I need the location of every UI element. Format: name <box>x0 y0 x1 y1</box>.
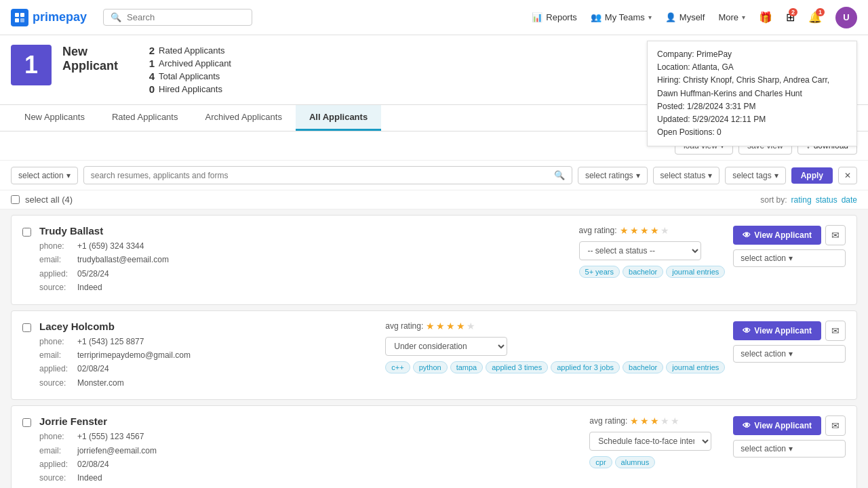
stat-rated: 2 Rated Applicants <box>145 45 231 56</box>
company-value: PrimePay <box>696 49 732 59</box>
tags-chevron-icon: ▾ <box>774 171 778 180</box>
applicant-checkbox-0[interactable] <box>22 228 31 237</box>
source-row: source: Indeed <box>39 471 581 485</box>
email-label: email: <box>39 444 73 458</box>
email-button[interactable]: ✉ <box>825 321 846 341</box>
view-applicant-button[interactable]: 👁 View Applicant <box>733 226 821 245</box>
star-icon: ★ <box>640 225 649 236</box>
tags-row: c++pythontampaapplied 3 timesapplied for… <box>385 361 725 373</box>
nav-right: 📊 Reports 👥 My Teams ▾ 👤 Myself More ▾ 🎁… <box>532 7 857 28</box>
phone-row: phone: +1 (543) 125 8877 <box>39 335 377 348</box>
star-icon: ★ <box>650 225 659 236</box>
status-select[interactable]: Under consideration -- select a status -… <box>385 337 507 356</box>
select-ratings-filter[interactable]: select ratings ▾ <box>578 167 648 184</box>
view-applicant-button[interactable]: 👁 View Applicant <box>733 321 821 340</box>
tab-new-applicants[interactable]: New Applicants <box>11 105 98 131</box>
avatar[interactable]: U <box>835 7 857 28</box>
source-value: Monster.com <box>77 376 124 390</box>
tab-all-applicants[interactable]: All Applicants <box>296 105 381 131</box>
action-chevron-icon: ▾ <box>789 444 793 453</box>
applied-value: 05/28/24 <box>77 267 109 281</box>
email-label: email: <box>39 348 73 362</box>
star-icon: ★ <box>446 321 455 331</box>
main-content: 1 New Applicant 2 Rated Applicants 1 Arc… <box>0 35 868 488</box>
applicant-actions: 👁 View Applicant ✉ select action ▾ <box>733 321 846 363</box>
star-icon: ★ <box>650 415 659 426</box>
view-applicant-button[interactable]: 👁 View Applicant <box>733 416 821 435</box>
avg-rating-label: avg rating: <box>579 226 617 235</box>
applicant-tag: applied for 3 jobs <box>551 361 620 373</box>
sort-by-status[interactable]: status <box>816 195 837 205</box>
email-button[interactable]: ✉ <box>825 225 846 245</box>
status-select[interactable]: Schedule face-to-face interview -- selec… <box>589 432 711 451</box>
email-button[interactable]: ✉ <box>825 415 846 436</box>
company-info: Company: PrimePay <box>657 48 847 61</box>
reports-icon: 📊 <box>532 12 542 22</box>
apply-filter-button[interactable]: Apply <box>791 167 833 184</box>
stat-total: 4 Total Applicants <box>145 70 231 82</box>
svg-rect-3 <box>20 18 24 22</box>
applicant-tag: applied 3 times <box>486 361 548 373</box>
avg-rating-label: avg rating: <box>385 321 423 331</box>
location-info: Location: Atlanta, GA <box>657 61 847 74</box>
select-tags-filter[interactable]: select tags ▾ <box>725 167 785 184</box>
applicant-actions: 👁 View Applicant ✉ select action ▾ <box>733 415 846 458</box>
select-action-button[interactable]: select action ▾ <box>733 345 846 363</box>
star-icon: ★ <box>660 415 669 426</box>
select-action-button[interactable]: select action ▾ <box>733 440 846 458</box>
hiring-info: Hiring: Christy Knopf, Chris Sharp, Andr… <box>657 74 847 100</box>
nav-my-teams[interactable]: 👥 My Teams ▾ <box>591 12 652 22</box>
tab-rated-applicants[interactable]: Rated Applicants <box>98 105 192 131</box>
posted-info: Posted: 1/28/2024 3:31 PM <box>657 100 847 113</box>
view-email-row: 👁 View Applicant ✉ <box>733 225 846 245</box>
email-value: terriprimepaydemo@gmail.com <box>77 348 191 362</box>
tab-archived-applicants[interactable]: Archived Applicants <box>191 105 295 131</box>
updated-label: Updated: <box>657 115 690 124</box>
applicant-name: Jorrie Fenster <box>39 415 581 427</box>
bell-button[interactable]: 🔔 1 <box>808 11 822 24</box>
applicant-checkbox-1[interactable] <box>22 323 31 332</box>
phone-value: +1 (543) 125 8877 <box>77 335 144 348</box>
sort-by-date[interactable]: date <box>842 195 857 205</box>
applicant-tag: journal entries <box>666 361 725 373</box>
select-action-filter[interactable]: select action ▾ <box>11 167 78 184</box>
company-label: Company: <box>657 49 694 59</box>
nav-myself[interactable]: 👤 Myself <box>665 12 705 22</box>
status-select[interactable]: -- select a status -- -- select a status… <box>579 241 701 260</box>
select-all-checkbox[interactable] <box>11 195 20 204</box>
svg-rect-1 <box>20 13 24 17</box>
grid-notifications-button[interactable]: ⊞ 2 <box>786 11 795 24</box>
select-status-filter[interactable]: select status ▾ <box>653 167 720 184</box>
applicant-tag: python <box>413 361 448 373</box>
tags-row: 5+ yearsbachelorjournal entries <box>579 266 726 278</box>
view-email-row: 👁 View Applicant ✉ <box>733 321 846 341</box>
phone-row: phone: +1 (659) 324 3344 <box>39 239 571 253</box>
rating-area: avg rating: ★★★★★ Schedule face-to-face … <box>589 415 725 468</box>
select-all-label: select all (4) <box>25 195 73 205</box>
applied-row: applied: 05/28/24 <box>39 267 571 281</box>
sort-by-rating[interactable]: rating <box>791 195 812 205</box>
mail-icon: ✉ <box>831 325 840 336</box>
applicant-search-input[interactable] <box>91 171 550 180</box>
star-icon: ★ <box>456 321 465 331</box>
email-label: email: <box>39 253 73 266</box>
source-row: source: Indeed <box>39 281 571 294</box>
applicant-search-box[interactable]: 🔍 <box>83 166 572 184</box>
action-chevron-icon: ▾ <box>789 253 793 263</box>
star-icon: ★ <box>436 321 445 331</box>
logo: primepay <box>11 9 87 26</box>
search-input[interactable] <box>127 12 235 22</box>
source-label: source: <box>39 376 73 390</box>
email-row: email: terriprimepaydemo@gmail.com <box>39 348 377 362</box>
close-filter-button[interactable]: ✕ <box>838 167 857 184</box>
applied-row: applied: 02/08/24 <box>39 458 581 471</box>
stars: ★★★★★ <box>620 225 669 236</box>
eye-icon: 👁 <box>743 421 751 430</box>
applicant-checkbox-2[interactable] <box>22 418 31 427</box>
search-box[interactable]: 🔍 <box>103 9 252 26</box>
select-action-button[interactable]: select action ▾ <box>733 249 846 267</box>
nav-reports[interactable]: 📊 Reports <box>532 12 577 22</box>
applicant-tag: bachelor <box>623 266 663 278</box>
nav-more[interactable]: More ▾ <box>718 12 745 22</box>
gift-button[interactable]: 🎁 <box>759 11 772 24</box>
